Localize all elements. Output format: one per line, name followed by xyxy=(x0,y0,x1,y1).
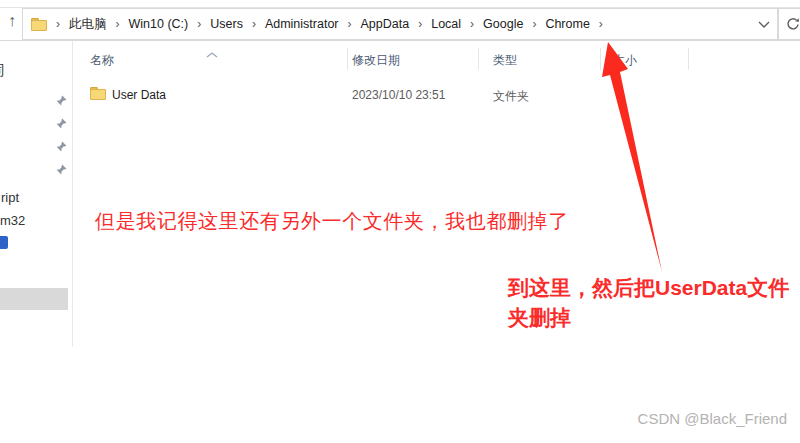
refresh-icon xyxy=(786,17,800,31)
sort-ascending-icon[interactable] xyxy=(206,47,218,61)
breadcrumb-drive-c[interactable]: Win10 (C:) xyxy=(129,17,189,31)
pin-icon[interactable] xyxy=(56,118,67,132)
file-name[interactable]: User Data xyxy=(112,88,166,102)
column-resize-handle[interactable] xyxy=(688,48,689,70)
column-header-name[interactable]: 名称 xyxy=(90,52,114,69)
breadcrumb-separator: › xyxy=(56,17,60,31)
column-header-date-modified[interactable]: 修改日期 xyxy=(352,52,400,69)
breadcrumb-separator[interactable]: › xyxy=(116,17,120,31)
file-type: 文件夹 xyxy=(493,88,529,105)
breadcrumb-separator[interactable]: › xyxy=(532,17,536,31)
addressbar-divider xyxy=(0,40,800,41)
breadcrumb-administrator[interactable]: Administrator xyxy=(265,17,339,31)
sidebar-divider xyxy=(72,41,73,347)
sidebar-item-selected[interactable] xyxy=(0,288,68,310)
navigate-up-button[interactable]: ↑ xyxy=(2,11,22,31)
breadcrumb-separator[interactable]: › xyxy=(252,17,256,31)
breadcrumb-this-pc[interactable]: 此电脑 xyxy=(69,16,107,33)
breadcrumb-separator[interactable]: › xyxy=(470,17,474,31)
breadcrumb-appdata[interactable]: AppData xyxy=(361,17,410,31)
sidebar-item-clipped-system32[interactable]: m32 xyxy=(0,213,25,228)
pin-icon[interactable] xyxy=(56,95,67,109)
watermark: CSDN @Black_Friend xyxy=(638,410,787,427)
column-header-size[interactable]: 大小 xyxy=(613,52,637,69)
refresh-button[interactable] xyxy=(778,8,800,40)
breadcrumb-local[interactable]: Local xyxy=(431,17,461,31)
chevron-down-icon xyxy=(758,21,770,28)
sidebar-app-icon xyxy=(0,236,8,249)
column-resize-handle[interactable] xyxy=(600,48,601,70)
breadcrumb-separator[interactable]: › xyxy=(197,17,201,31)
current-folder-icon xyxy=(31,18,47,31)
breadcrumb-google[interactable]: Google xyxy=(483,17,523,31)
address-dropdown-button[interactable] xyxy=(752,9,776,39)
breadcrumb-separator[interactable]: › xyxy=(348,17,352,31)
file-explorer-window: ↑ › 此电脑 › Win10 (C:) › Users › Administr… xyxy=(0,0,800,443)
column-header-type[interactable]: 类型 xyxy=(493,52,517,69)
annotation-note-1: 但是我记得这里还有另外一个文件夹，我也都删掉了 xyxy=(95,208,569,235)
annotation-note-2: 到这里，然后把UserData文件 夹删掉 xyxy=(508,273,789,333)
pin-icon[interactable] xyxy=(56,141,67,155)
file-date-modified: 2023/10/10 23:51 xyxy=(352,88,445,102)
annotation-note-2-line-1: 到这里，然后把UserData文件 xyxy=(508,273,789,303)
column-resize-handle[interactable] xyxy=(347,48,348,70)
breadcrumb-separator[interactable]: › xyxy=(418,17,422,31)
breadcrumb-separator[interactable]: › xyxy=(599,17,603,31)
sidebar-item-clipped-script[interactable]: ript xyxy=(1,190,19,205)
breadcrumb-chrome[interactable]: Chrome xyxy=(545,17,589,31)
address-bar[interactable]: › 此电脑 › Win10 (C:) › Users › Administrat… xyxy=(22,8,778,40)
annotation-note-2-line-2: 夹删掉 xyxy=(508,303,789,333)
breadcrumb-users[interactable]: Users xyxy=(210,17,243,31)
sidebar-item-clipped-top[interactable]: 同 xyxy=(0,62,5,80)
column-resize-handle[interactable] xyxy=(478,48,479,70)
pin-icon[interactable] xyxy=(56,164,67,178)
